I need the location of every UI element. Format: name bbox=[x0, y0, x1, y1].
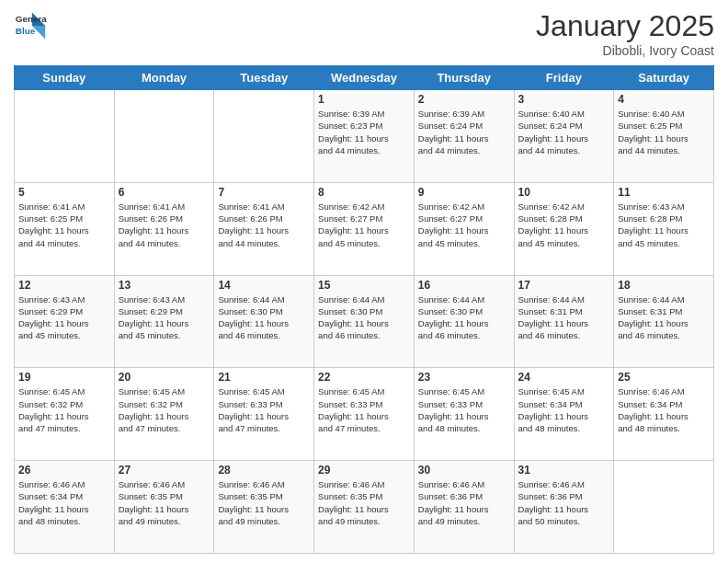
day-number: 3 bbox=[518, 93, 610, 106]
calendar-cell: 4Sunrise: 6:40 AMSunset: 6:25 PMDaylight… bbox=[614, 90, 714, 183]
day-number: 10 bbox=[518, 186, 610, 199]
day-number: 20 bbox=[119, 371, 210, 384]
day-info: Sunrise: 6:41 AMSunset: 6:26 PMDaylight:… bbox=[218, 201, 310, 249]
day-number: 27 bbox=[119, 464, 210, 477]
day-number: 5 bbox=[18, 186, 110, 199]
calendar-cell: 1Sunrise: 6:39 AMSunset: 6:23 PMDaylight… bbox=[314, 90, 415, 183]
day-info: Sunrise: 6:45 AMSunset: 6:34 PMDaylight:… bbox=[518, 385, 610, 434]
calendar-cell: 28Sunrise: 6:46 AMSunset: 6:35 PMDayligh… bbox=[214, 461, 314, 554]
day-number: 12 bbox=[18, 279, 110, 292]
day-number: 22 bbox=[318, 371, 410, 384]
day-info: Sunrise: 6:44 AMSunset: 6:30 PMDaylight:… bbox=[218, 293, 310, 342]
day-info: Sunrise: 6:42 AMSunset: 6:27 PMDaylight:… bbox=[318, 201, 410, 249]
day-info: Sunrise: 6:42 AMSunset: 6:28 PMDaylight:… bbox=[518, 201, 610, 249]
calendar-cell bbox=[614, 461, 714, 554]
day-number: 23 bbox=[418, 371, 510, 384]
day-info: Sunrise: 6:43 AMSunset: 6:28 PMDaylight:… bbox=[618, 201, 710, 249]
calendar-cell: 12Sunrise: 6:43 AMSunset: 6:29 PMDayligh… bbox=[15, 275, 115, 368]
calendar-cell: 17Sunrise: 6:44 AMSunset: 6:31 PMDayligh… bbox=[514, 275, 614, 368]
day-number: 25 bbox=[618, 371, 710, 384]
day-number: 11 bbox=[618, 186, 710, 199]
header-row: Sunday Monday Tuesday Wednesday Thursday… bbox=[15, 66, 714, 90]
day-number: 16 bbox=[418, 279, 510, 292]
day-number: 13 bbox=[119, 279, 210, 292]
day-number: 6 bbox=[119, 186, 210, 199]
calendar-cell: 24Sunrise: 6:45 AMSunset: 6:34 PMDayligh… bbox=[514, 368, 614, 461]
calendar-cell: 14Sunrise: 6:44 AMSunset: 6:30 PMDayligh… bbox=[214, 275, 314, 368]
day-number: 28 bbox=[218, 464, 310, 477]
calendar-week-2: 5Sunrise: 6:41 AMSunset: 6:25 PMDaylight… bbox=[15, 182, 714, 275]
day-info: Sunrise: 6:46 AMSunset: 6:36 PMDaylight:… bbox=[418, 478, 510, 527]
day-number: 29 bbox=[318, 464, 410, 477]
day-number: 26 bbox=[18, 464, 110, 477]
col-saturday: Saturday bbox=[614, 66, 714, 90]
day-number: 4 bbox=[618, 93, 710, 106]
calendar-cell: 2Sunrise: 6:39 AMSunset: 6:24 PMDaylight… bbox=[414, 90, 514, 183]
day-number: 7 bbox=[218, 186, 310, 199]
day-info: Sunrise: 6:46 AMSunset: 6:35 PMDaylight:… bbox=[119, 478, 210, 527]
day-info: Sunrise: 6:40 AMSunset: 6:24 PMDaylight:… bbox=[518, 108, 610, 156]
day-info: Sunrise: 6:44 AMSunset: 6:30 PMDaylight:… bbox=[318, 293, 410, 342]
day-info: Sunrise: 6:45 AMSunset: 6:32 PMDaylight:… bbox=[18, 385, 110, 434]
calendar-cell: 22Sunrise: 6:45 AMSunset: 6:33 PMDayligh… bbox=[314, 368, 415, 461]
day-info: Sunrise: 6:46 AMSunset: 6:35 PMDaylight:… bbox=[318, 478, 410, 527]
calendar-cell: 27Sunrise: 6:46 AMSunset: 6:35 PMDayligh… bbox=[114, 461, 214, 554]
page: General Blue January 2025 Dibobli, Ivory… bbox=[0, 0, 728, 563]
day-info: Sunrise: 6:41 AMSunset: 6:25 PMDaylight:… bbox=[18, 201, 110, 249]
day-number: 17 bbox=[518, 279, 610, 292]
day-info: Sunrise: 6:39 AMSunset: 6:23 PMDaylight:… bbox=[318, 108, 410, 156]
col-wednesday: Wednesday bbox=[314, 66, 415, 90]
day-info: Sunrise: 6:45 AMSunset: 6:33 PMDaylight:… bbox=[218, 385, 310, 434]
calendar-cell: 20Sunrise: 6:45 AMSunset: 6:32 PMDayligh… bbox=[114, 368, 214, 461]
calendar-cell: 18Sunrise: 6:44 AMSunset: 6:31 PMDayligh… bbox=[614, 275, 714, 368]
day-number: 24 bbox=[518, 371, 610, 384]
calendar-week-4: 19Sunrise: 6:45 AMSunset: 6:32 PMDayligh… bbox=[15, 368, 714, 461]
svg-text:General: General bbox=[16, 14, 47, 24]
calendar-cell: 11Sunrise: 6:43 AMSunset: 6:28 PMDayligh… bbox=[614, 182, 714, 275]
day-info: Sunrise: 6:40 AMSunset: 6:25 PMDaylight:… bbox=[618, 108, 710, 156]
col-friday: Friday bbox=[514, 66, 614, 90]
calendar-cell: 15Sunrise: 6:44 AMSunset: 6:30 PMDayligh… bbox=[314, 275, 415, 368]
calendar-cell: 31Sunrise: 6:46 AMSunset: 6:36 PMDayligh… bbox=[514, 461, 614, 554]
title-area: January 2025 Dibobli, Ivory Coast bbox=[536, 9, 714, 58]
col-tuesday: Tuesday bbox=[214, 66, 314, 90]
calendar-cell: 7Sunrise: 6:41 AMSunset: 6:26 PMDaylight… bbox=[214, 182, 314, 275]
day-number: 14 bbox=[218, 279, 310, 292]
day-number: 19 bbox=[18, 371, 110, 384]
col-thursday: Thursday bbox=[414, 66, 514, 90]
calendar-week-1: 1Sunrise: 6:39 AMSunset: 6:23 PMDaylight… bbox=[15, 90, 714, 183]
calendar-cell: 30Sunrise: 6:46 AMSunset: 6:36 PMDayligh… bbox=[414, 461, 514, 554]
calendar-week-3: 12Sunrise: 6:43 AMSunset: 6:29 PMDayligh… bbox=[15, 275, 714, 368]
day-info: Sunrise: 6:46 AMSunset: 6:36 PMDaylight:… bbox=[518, 478, 610, 527]
day-info: Sunrise: 6:45 AMSunset: 6:33 PMDaylight:… bbox=[318, 385, 410, 434]
day-info: Sunrise: 6:46 AMSunset: 6:34 PMDaylight:… bbox=[618, 385, 710, 434]
calendar-cell: 16Sunrise: 6:44 AMSunset: 6:30 PMDayligh… bbox=[414, 275, 514, 368]
logo-icon: General Blue bbox=[14, 9, 47, 42]
calendar-cell: 19Sunrise: 6:45 AMSunset: 6:32 PMDayligh… bbox=[15, 368, 115, 461]
day-number: 15 bbox=[318, 279, 410, 292]
calendar-cell: 23Sunrise: 6:45 AMSunset: 6:33 PMDayligh… bbox=[414, 368, 514, 461]
day-number: 8 bbox=[318, 186, 410, 199]
calendar-cell: 10Sunrise: 6:42 AMSunset: 6:28 PMDayligh… bbox=[514, 182, 614, 275]
day-info: Sunrise: 6:46 AMSunset: 6:35 PMDaylight:… bbox=[218, 478, 310, 527]
day-number: 31 bbox=[518, 464, 610, 477]
svg-text:Blue: Blue bbox=[16, 26, 36, 36]
calendar-cell: 29Sunrise: 6:46 AMSunset: 6:35 PMDayligh… bbox=[314, 461, 415, 554]
calendar-cell: 26Sunrise: 6:46 AMSunset: 6:34 PMDayligh… bbox=[15, 461, 115, 554]
day-info: Sunrise: 6:43 AMSunset: 6:29 PMDaylight:… bbox=[119, 293, 210, 342]
calendar-cell: 3Sunrise: 6:40 AMSunset: 6:24 PMDaylight… bbox=[514, 90, 614, 183]
day-info: Sunrise: 6:44 AMSunset: 6:30 PMDaylight:… bbox=[418, 293, 510, 342]
day-number: 9 bbox=[418, 186, 510, 199]
calendar-cell: 25Sunrise: 6:46 AMSunset: 6:34 PMDayligh… bbox=[614, 368, 714, 461]
calendar-cell: 21Sunrise: 6:45 AMSunset: 6:33 PMDayligh… bbox=[214, 368, 314, 461]
calendar-cell: 9Sunrise: 6:42 AMSunset: 6:27 PMDaylight… bbox=[414, 182, 514, 275]
calendar-cell bbox=[214, 90, 314, 183]
logo: General Blue bbox=[14, 9, 47, 42]
day-number: 30 bbox=[418, 464, 510, 477]
day-info: Sunrise: 6:42 AMSunset: 6:27 PMDaylight:… bbox=[418, 201, 510, 249]
day-number: 1 bbox=[318, 93, 410, 106]
subtitle: Dibobli, Ivory Coast bbox=[536, 43, 714, 58]
day-info: Sunrise: 6:41 AMSunset: 6:26 PMDaylight:… bbox=[119, 201, 210, 249]
calendar-cell: 13Sunrise: 6:43 AMSunset: 6:29 PMDayligh… bbox=[114, 275, 214, 368]
calendar-cell: 5Sunrise: 6:41 AMSunset: 6:25 PMDaylight… bbox=[15, 182, 115, 275]
